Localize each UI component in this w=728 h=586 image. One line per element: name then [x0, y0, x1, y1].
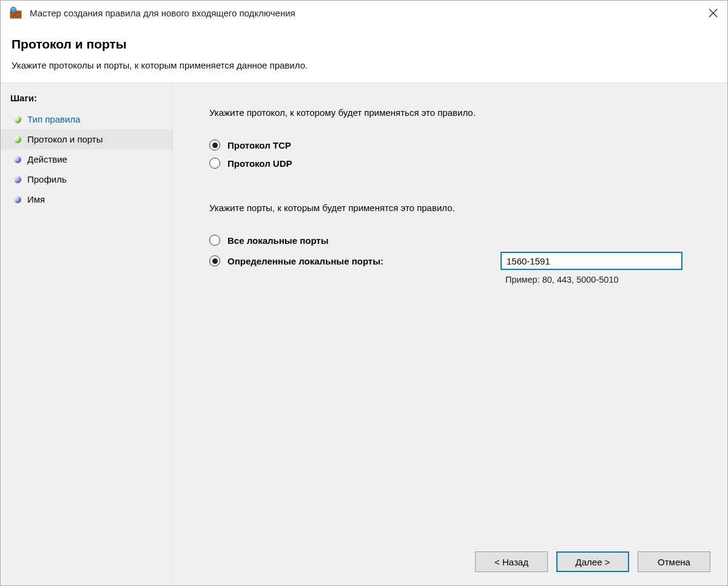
radio-all-ports-label[interactable]: Все локальные порты	[228, 235, 329, 246]
page-subtitle: Укажите протоколы и порты, к которым при…	[12, 60, 716, 70]
step-action[interactable]: Действие	[1, 149, 172, 169]
radio-udp[interactable]	[209, 158, 220, 169]
ports-section: Укажите порты, к которым будет применятс…	[209, 203, 703, 285]
svg-point-8	[11, 7, 16, 13]
firewall-icon	[9, 6, 22, 19]
cancel-button[interactable]: Отмена	[638, 551, 710, 572]
step-bullet-icon	[14, 136, 21, 143]
ports-example: Пример: 80, 443, 5000-5010	[500, 272, 682, 285]
step-rule-type[interactable]: Тип правила	[1, 109, 172, 129]
main-panel: Укажите протокол, к которому будет приме…	[173, 83, 727, 585]
back-button[interactable]: < Назад	[475, 551, 548, 572]
step-bullet-icon	[14, 176, 21, 183]
radio-all-ports-row: Все локальные порты	[209, 231, 500, 249]
ports-instruction: Укажите порты, к которым будет применятс…	[209, 203, 703, 213]
step-bullet-icon	[14, 156, 21, 163]
next-button[interactable]: Далее >	[556, 551, 629, 572]
step-label: Действие	[27, 154, 67, 164]
window-title: Мастер создания правила для нового входя…	[30, 8, 703, 18]
step-label: Имя	[27, 194, 45, 204]
ports-grid: Все локальные порты Определенные локальн…	[209, 231, 703, 285]
radio-tcp-label[interactable]: Протокол TCP	[228, 140, 291, 150]
step-bullet-icon	[14, 196, 21, 203]
step-label: Профиль	[27, 174, 67, 184]
specific-ports-input[interactable]	[500, 252, 682, 270]
close-icon	[709, 8, 718, 18]
radio-udp-row: Протокол UDP	[209, 154, 703, 172]
wizard-footer: < Назад Далее > Отмена	[475, 551, 710, 572]
body: Шаги: Тип правила Протокол и порты Дейст…	[1, 83, 727, 585]
radio-tcp-row: Протокол TCP	[209, 136, 703, 154]
radio-all-ports[interactable]	[209, 235, 220, 246]
steps-sidebar: Шаги: Тип правила Протокол и порты Дейст…	[1, 83, 173, 585]
step-profile[interactable]: Профиль	[1, 169, 172, 189]
steps-heading: Шаги:	[1, 87, 172, 109]
step-label: Тип правила	[27, 114, 80, 124]
radio-specific-ports[interactable]	[209, 255, 220, 266]
wizard-window: Мастер создания правила для нового входя…	[0, 0, 728, 586]
protocol-instruction: Укажите протокол, к которому будет приме…	[209, 107, 703, 118]
radio-udp-label[interactable]: Протокол UDP	[228, 158, 292, 169]
radio-specific-ports-row: Определенные локальные порты:	[209, 252, 500, 270]
step-name[interactable]: Имя	[1, 189, 172, 209]
step-protocol-ports[interactable]: Протокол и порты	[1, 129, 172, 149]
svg-line-9	[709, 9, 717, 17]
radio-tcp[interactable]	[209, 140, 220, 150]
header: Протокол и порты Укажите протоколы и пор…	[1, 25, 727, 83]
close-button[interactable]	[703, 3, 723, 22]
step-label: Протокол и порты	[27, 134, 103, 144]
svg-line-10	[709, 9, 717, 17]
step-bullet-icon	[14, 116, 21, 123]
radio-specific-ports-label[interactable]: Определенные локальные порты:	[228, 256, 383, 266]
page-title: Протокол и порты	[12, 37, 716, 52]
titlebar: Мастер создания правила для нового входя…	[1, 1, 727, 25]
protocol-radio-group: Протокол TCP Протокол UDP	[209, 136, 703, 172]
